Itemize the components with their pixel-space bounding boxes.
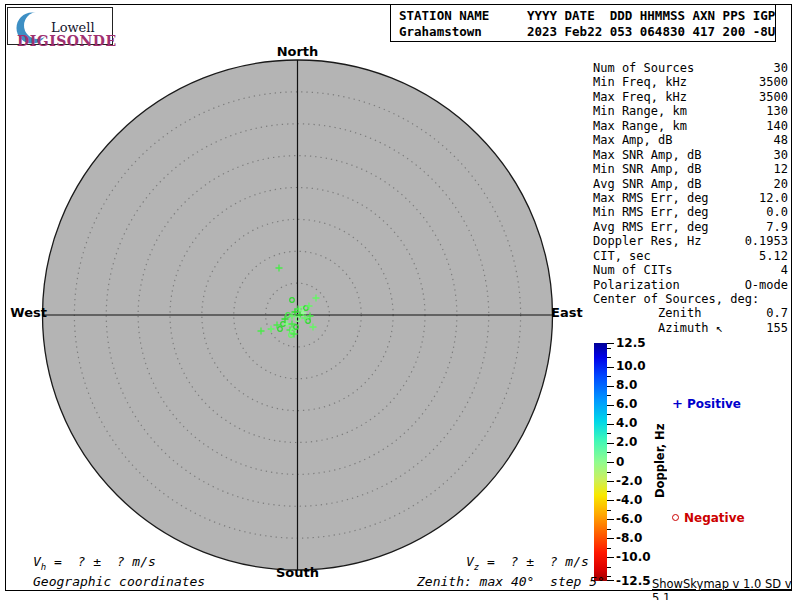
compass-label-south: South [250,565,345,580]
param-value: 5.12 [759,249,788,263]
compass-label-north: North [250,44,345,59]
param-row: Doppler Res, Hz0.1953 [593,234,788,248]
colorbar-minor-tick [607,376,611,377]
colorbar-tick-label: -4.0 [616,493,642,507]
colorbar-tick-label: 4.0 [616,416,637,430]
zenith-range-note: Zenith: max 40° step 5° [417,574,605,589]
param-value: 12 [774,162,788,176]
param-row: Avg RMS Err, deg7.9 [593,220,788,234]
param-label: Azimuth ↖ [593,321,723,335]
param-label: Num of Sources [593,61,694,75]
colorbar-major-tick [607,557,614,558]
param-row: Min SNR Amp, dB12 [593,162,788,176]
colorbar-tick-label: -10.0 [616,550,651,564]
colorbar-minor-tick [607,357,611,358]
param-label: Min RMS Err, deg [593,205,709,219]
param-value: 0.0 [766,205,788,219]
colorbar-major-tick [607,343,614,344]
colorbar-minor-tick [607,472,611,473]
colorbar-tick-label: -6.0 [616,512,642,526]
param-row: Max SNR Amp, dB30 [593,148,788,162]
colorbar-major-tick [607,481,614,482]
param-row: Num of Sources30 [593,61,788,75]
compass-label-west: West [0,305,47,320]
colorbar-tick-label: -12.5 [616,574,651,588]
param-row: CIT, sec5.12 [593,249,788,263]
colorbar-major-tick [607,443,614,444]
param-row: Min RMS Err, deg0.0 [593,205,788,219]
param-row: Max Amp, dB48 [593,133,788,147]
colorbar-minor-tick [607,567,611,568]
param-value: 20 [774,177,788,191]
colorbar-tick-label: -8.0 [616,531,642,545]
colorbar-major-tick [607,580,614,581]
colorbar-tick-label: 6.0 [616,397,637,411]
param-label: Min Range, km [593,104,687,118]
colorbar-minor-tick [607,395,611,396]
param-label: Polarization [593,278,680,292]
param-label: Max RMS Err, deg [593,191,709,205]
param-row: PolarizationO-mode [593,278,788,292]
param-value: 12.0 [759,191,788,205]
param-value: 130 [766,104,788,118]
colorbar-minor-tick [607,433,611,434]
param-value: 48 [774,133,788,147]
colorbar-tick-label: 12.5 [616,336,646,350]
param-value: 155 [766,321,788,335]
param-label: Max Amp, dB [593,133,672,147]
colorbar-axis-title: Doppler, Hz [653,423,668,499]
circle-marker-icon [672,514,679,521]
param-row: Azimuth ↖155 [593,321,788,335]
vh-velocity-readout: Vh = ? ± ? m/s [33,554,156,572]
param-value: 4 [781,263,788,277]
colorbar-minor-tick [607,510,611,511]
param-row: Num of CITs4 [593,263,788,277]
param-row: Max Range, km140 [593,119,788,133]
param-label: Max Freq, kHz [593,90,687,104]
colorbar-tick-label: 2.0 [616,435,637,449]
param-value: 7.9 [766,220,788,234]
colorbar-tick-label: 10.0 [616,359,646,373]
param-label: Zenith [593,306,701,320]
param-value: 30 [774,61,788,75]
param-value: 3500 [759,90,788,104]
colorbar-minor-tick [607,529,611,530]
param-label: Center of Sources, deg: [593,292,759,306]
colorbar-tick-label: -2.0 [616,474,642,488]
param-value: 30 [774,148,788,162]
colorbar-major-tick [607,519,614,520]
param-value: 0.7 [766,306,788,320]
param-value: 140 [766,119,788,133]
param-label: Avg SNR Amp, dB [593,177,701,191]
colorbar-minor-tick [607,548,611,549]
param-row: Avg SNR Amp, dB20 [593,177,788,191]
colorbar-major-tick [607,424,614,425]
coordinates-label: Geographic coordinates [33,574,205,589]
colorbar-tick-label: 0 [616,455,624,469]
param-value: O-mode [745,278,788,292]
param-label: Max Range, km [593,119,687,133]
colorbar-minor-tick [607,414,611,415]
colorbar-major-tick [607,386,614,387]
param-row: Zenith0.7 [593,306,788,320]
param-label: CIT, sec [593,249,651,263]
colorbar-major-tick [607,462,614,463]
param-row: Max Freq, kHz3500 [593,90,788,104]
vz-velocity-readout: Vz = ? ± ? m/s [466,554,589,572]
app-version-label: ShowSkymap v 1.0 SD v 5.1 [652,577,800,600]
colorbar-major-tick [607,367,614,368]
param-row: Min Range, km130 [593,104,788,118]
params-panel: Num of Sources30Min Freq, kHz3500Max Fre… [593,61,788,335]
colorbar-minor-tick [607,348,611,349]
legend-negative-label: Negative [684,511,745,525]
doppler-colorbar [594,343,607,581]
plus-marker-icon: + [672,396,683,411]
param-label: Min SNR Amp, dB [593,162,701,176]
param-label: Avg RMS Err, deg [593,220,709,234]
colorbar-major-tick [607,538,614,539]
param-label: Num of CITs [593,263,672,277]
colorbar-tick-label: 8.0 [616,378,637,392]
param-label: Max SNR Amp, dB [593,148,701,162]
param-row: Center of Sources, deg: [593,292,788,306]
colorbar-minor-tick [607,576,611,577]
